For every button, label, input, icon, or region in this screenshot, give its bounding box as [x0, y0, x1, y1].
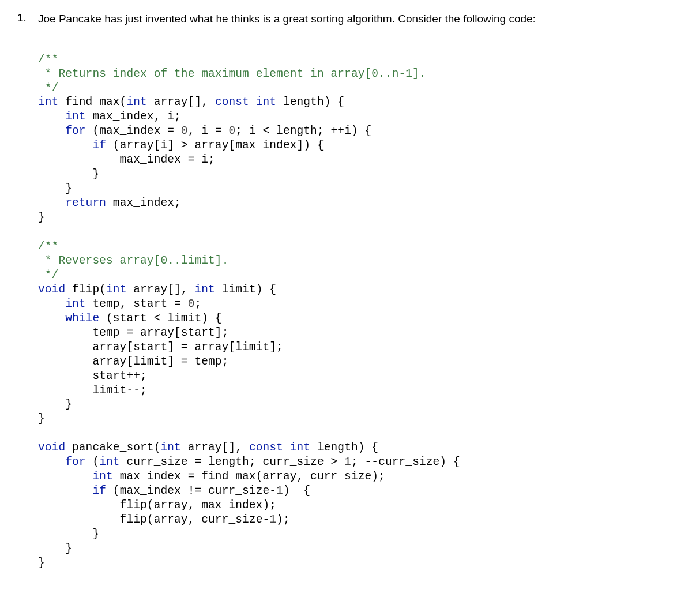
question-block: 1. Joe Pancake has just invented what he… — [17, 12, 675, 27]
question-text: Joe Pancake has just invented what he th… — [38, 12, 675, 27]
question-number: 1. — [17, 12, 38, 24]
code-block: /** * Returns index of the maximum eleme… — [38, 38, 675, 570]
code-text: /** * Returns index of the maximum eleme… — [38, 53, 460, 569]
